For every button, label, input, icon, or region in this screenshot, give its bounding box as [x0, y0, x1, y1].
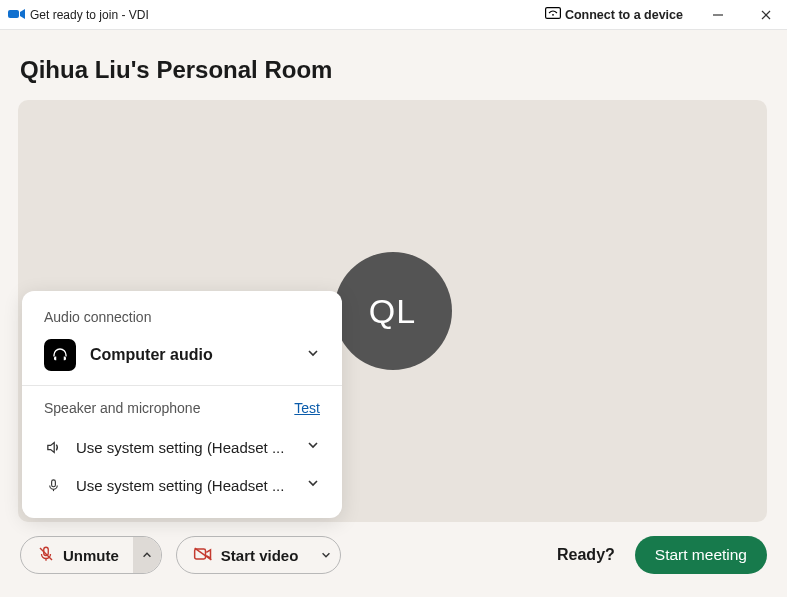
ready-label: Ready?	[557, 546, 615, 564]
unmute-label: Unmute	[63, 547, 119, 564]
divider	[22, 385, 342, 386]
mic-muted-icon	[37, 545, 55, 566]
device-icon	[545, 7, 561, 22]
chevron-down-icon	[306, 346, 320, 364]
startvideo-control-group: Start video	[176, 536, 342, 574]
speaker-mic-header: Speaker and microphone Test	[22, 400, 342, 428]
svg-rect-0	[8, 10, 19, 18]
speaker-mic-title: Speaker and microphone	[44, 400, 200, 416]
avatar-initials: QL	[369, 292, 416, 331]
svg-point-2	[552, 14, 554, 16]
window-minimize-button[interactable]	[705, 5, 731, 25]
connect-to-device-label: Connect to a device	[565, 8, 683, 22]
video-off-icon	[193, 546, 213, 565]
connect-to-device-button[interactable]: Connect to a device	[545, 7, 683, 22]
speaker-icon	[44, 439, 62, 456]
start-video-options-toggle[interactable]	[312, 537, 340, 573]
microphone-selector[interactable]: Use system setting (Headset ...	[22, 466, 342, 504]
unmute-options-toggle[interactable]	[133, 537, 161, 573]
title-bar-left: Get ready to join - VDI	[8, 8, 545, 22]
window-title: Get ready to join - VDI	[30, 8, 149, 22]
start-meeting-button[interactable]: Start meeting	[635, 536, 767, 574]
unmute-control-group: Unmute	[20, 536, 162, 574]
microphone-icon	[44, 477, 62, 494]
svg-line-12	[195, 548, 212, 560]
svg-rect-6	[51, 479, 55, 486]
bottom-controls: Unmute Start video	[18, 522, 769, 574]
svg-rect-1	[546, 8, 561, 19]
chevron-down-icon	[306, 476, 320, 494]
content-area: Qihua Liu's Personal Room QL Audio conne…	[0, 30, 787, 592]
start-video-button[interactable]: Start video	[177, 537, 313, 573]
start-video-label: Start video	[221, 547, 299, 564]
unmute-button[interactable]: Unmute	[21, 537, 133, 573]
chevron-down-icon	[306, 438, 320, 456]
headset-icon	[44, 339, 76, 371]
video-preview: QL Audio connection Computer audio	[18, 100, 767, 522]
speaker-selector[interactable]: Use system setting (Headset ...	[22, 428, 342, 466]
audio-connection-popup: Audio connection Computer audio Speaker …	[22, 291, 342, 518]
audio-mode-label: Computer audio	[90, 346, 292, 364]
test-link[interactable]: Test	[294, 400, 320, 416]
audio-mode-selector[interactable]: Computer audio	[22, 339, 342, 385]
audio-connection-title: Audio connection	[22, 309, 342, 339]
avatar: QL	[334, 252, 452, 370]
speaker-value: Use system setting (Headset ...	[76, 439, 292, 456]
title-bar-right: Connect to a device	[545, 5, 779, 25]
room-title: Qihua Liu's Personal Room	[20, 56, 769, 84]
title-bar: Get ready to join - VDI Connect to a dev…	[0, 0, 787, 30]
window-close-button[interactable]	[753, 5, 779, 25]
app-icon	[8, 8, 24, 22]
microphone-value: Use system setting (Headset ...	[76, 477, 292, 494]
